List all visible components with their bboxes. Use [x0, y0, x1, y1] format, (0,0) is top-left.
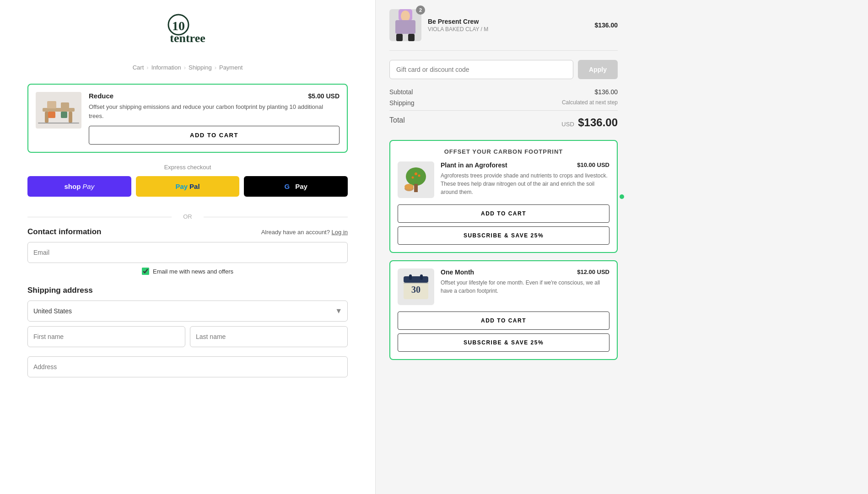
- one-month-calendar-svg: 30: [400, 271, 432, 303]
- carbon-product-image-2: 30: [398, 268, 434, 305]
- product-image-wrap: 2: [389, 9, 421, 41]
- breadcrumb-information[interactable]: Information: [151, 64, 181, 71]
- country-select-wrap: United States ▼: [27, 301, 348, 322]
- usd-label: USD: [561, 121, 574, 128]
- carbon-product-row-2: 30 One Month $12.00 USD Offset your life…: [398, 268, 609, 305]
- newsletter-label: Email me with news and offers: [153, 268, 233, 275]
- address-input[interactable]: [27, 356, 348, 377]
- breadcrumb-sep-1: ›: [146, 64, 148, 71]
- svg-text:tentree: tentree: [170, 32, 205, 45]
- reduce-title-row: Reduce $5.00 USD: [89, 92, 340, 100]
- breadcrumb: Cart › Information › Shipping › Payment: [133, 64, 243, 71]
- svg-rect-15: [408, 34, 415, 41]
- gpay-g: G: [284, 183, 290, 190]
- svg-point-19: [404, 184, 414, 189]
- carbon-name-row-1: Plant in an Agroforest $10.00 USD: [441, 161, 609, 169]
- contact-title: Contact information: [27, 227, 102, 236]
- svg-rect-4: [45, 112, 49, 123]
- svg-rect-10: [38, 123, 79, 124]
- email-input[interactable]: [27, 242, 348, 263]
- one-month-add-to-cart-button[interactable]: ADD TO CART: [398, 311, 609, 330]
- gpay-button[interactable]: G Pay: [244, 176, 348, 197]
- login-link[interactable]: Already have an account? Log in: [261, 229, 348, 236]
- paypal-button[interactable]: PayPal: [136, 176, 240, 197]
- left-panel: 10 tentree Cart › Information › Shipping…: [0, 0, 375, 494]
- plant-add-to-cart-button[interactable]: ADD TO CART: [398, 204, 609, 223]
- plant-subscribe-button[interactable]: SUBSCRIBE & SAVE 25%: [398, 226, 609, 245]
- svg-point-12: [401, 11, 410, 21]
- shoppay-button[interactable]: shop Pay: [27, 176, 131, 197]
- carbon-product-info-1: Plant in an Agroforest $10.00 USD Agrofo…: [441, 161, 609, 198]
- carbon-product-name-1: Plant in an Agroforest: [441, 161, 507, 169]
- first-name-input[interactable]: [27, 326, 185, 347]
- agroforest-tree-svg: [400, 164, 432, 196]
- grand-total-row: Total USD $136.00: [389, 110, 618, 129]
- svg-rect-3: [43, 108, 75, 112]
- shipping-label: Shipping: [389, 99, 415, 107]
- last-name-input[interactable]: [190, 326, 348, 347]
- carbon-card-1: OFFSET YOUR CARBON FOOTPRINT Plant in an: [389, 140, 618, 253]
- svg-rect-26: [420, 274, 423, 280]
- product-variant: VIOLA BAKED CLAY / M: [428, 26, 588, 32]
- shipping-title: Shipping address: [27, 286, 348, 295]
- grand-total-value-wrap: USD $136.00: [561, 116, 618, 129]
- express-checkout-section: Express checkout shop Pay PayPal G Pay: [27, 164, 348, 197]
- subtotal-value: $136.00: [594, 88, 618, 96]
- breadcrumb-shipping[interactable]: Shipping: [189, 64, 212, 71]
- discount-input[interactable]: [389, 60, 573, 79]
- svg-rect-24: [404, 276, 428, 283]
- logo-area: 10 tentree: [156, 14, 220, 53]
- shoppay-pay-label: Pay: [82, 183, 94, 190]
- svg-point-21: [412, 177, 414, 179]
- svg-rect-5: [69, 112, 72, 123]
- svg-point-16: [406, 167, 426, 186]
- discount-row: Apply: [389, 60, 618, 79]
- carbon-product-info-2: One Month $12.00 USD Offset your lifesty…: [441, 268, 609, 305]
- product-price: $136.00: [594, 21, 618, 29]
- carbon-name-row-2: One Month $12.00 USD: [441, 268, 609, 276]
- shipping-value: Calculated at next step: [562, 99, 618, 107]
- contact-header: Contact information Already have an acco…: [27, 227, 348, 236]
- or-divider: OR: [27, 213, 348, 220]
- login-anchor[interactable]: Log in: [332, 229, 348, 236]
- svg-rect-17: [414, 184, 418, 192]
- carbon-product-desc-1: Agroforests trees provide shade and nutr…: [441, 172, 609, 196]
- svg-text:10: 10: [172, 19, 185, 33]
- reduce-title: Reduce: [89, 92, 113, 100]
- reduce-price: $5.00 USD: [308, 92, 340, 100]
- product-row: 2 Be Present Crew VIOLA BAKED CLAY / M $…: [389, 9, 618, 51]
- breadcrumb-cart[interactable]: Cart: [133, 64, 144, 71]
- express-buttons-row: shop Pay PayPal G Pay: [27, 176, 348, 197]
- reduce-add-to-cart-button[interactable]: ADD TO CART: [89, 126, 340, 145]
- gpay-pay: Pay: [295, 183, 307, 190]
- right-panel: 2 Be Present Crew VIOLA BAKED CLAY / M $…: [375, 0, 631, 494]
- login-text: Already have an account?: [261, 229, 330, 236]
- carbon-product-desc-2: Offset your lifestyle for one month. Eve…: [441, 279, 609, 295]
- logo: 10 tentree: [156, 14, 220, 53]
- express-checkout-label: Express checkout: [27, 164, 348, 171]
- svg-rect-25: [409, 274, 412, 280]
- name-row: [27, 326, 348, 347]
- newsletter-row: Email me with news and offers: [142, 268, 233, 275]
- svg-point-20: [415, 172, 417, 175]
- breadcrumb-payment[interactable]: Payment: [219, 64, 243, 71]
- shoppay-label: shop: [64, 183, 81, 190]
- svg-rect-9: [61, 112, 67, 118]
- breadcrumb-sep-3: ›: [215, 64, 216, 71]
- one-month-subscribe-button[interactable]: SUBSCRIBE & SAVE 25%: [398, 333, 609, 352]
- breadcrumb-sep-2: ›: [184, 64, 186, 71]
- carbon-card-2: 30 One Month $12.00 USD Offset your life…: [389, 260, 618, 360]
- grand-total-value: $136.00: [578, 116, 618, 129]
- svg-rect-28: [404, 283, 428, 284]
- svg-rect-6: [47, 101, 56, 108]
- reduce-image: [36, 92, 81, 129]
- apply-button[interactable]: Apply: [578, 60, 618, 79]
- product-image: [389, 9, 421, 41]
- carbon-product-image-1: [398, 161, 434, 198]
- subtotal-label: Subtotal: [389, 88, 413, 96]
- newsletter-checkbox[interactable]: [142, 268, 149, 275]
- paypal-p2: Pal: [189, 183, 200, 190]
- reduce-description: Offset your shipping emissions and reduc…: [89, 102, 340, 120]
- product-details: Be Present Crew VIOLA BAKED CLAY / M: [428, 18, 588, 32]
- country-select[interactable]: United States: [27, 301, 348, 322]
